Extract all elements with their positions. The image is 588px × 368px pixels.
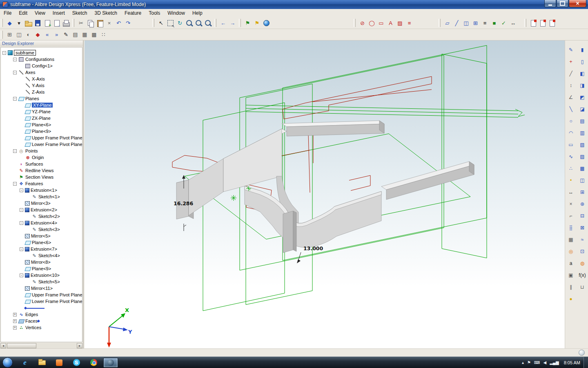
tree-item[interactable]: Origin (1, 154, 82, 161)
diameter-markup-button[interactable]: ⊘ (358, 18, 367, 28)
minimize-button[interactable] (544, 0, 556, 7)
tree-item[interactable]: ZX-Plane (1, 115, 82, 121)
zebra-stripes-button[interactable]: ▤ (71, 30, 80, 39)
scroll-right-button[interactable]: ▸ (77, 343, 82, 348)
tree-item[interactable]: Axes (1, 69, 82, 76)
tree-item[interactable]: X-Axis (1, 76, 82, 82)
thread-button[interactable]: ▤ (578, 117, 587, 126)
network-button[interactable]: ▂▄▆ (550, 360, 559, 365)
ellipse-markup-button[interactable]: ◯ (367, 18, 376, 28)
tree-item[interactable]: Configurations (1, 56, 82, 63)
tree-item[interactable]: Points (1, 148, 82, 154)
dimension-tool-button[interactable]: ↔ (508, 18, 518, 28)
cut-button[interactable]: ✂ (76, 18, 86, 28)
fine-grid-button[interactable]: ∷ (99, 30, 108, 39)
tree-item[interactable]: Z-Axis (1, 89, 82, 95)
tree-item[interactable]: Sketch<5> (1, 278, 82, 285)
trim-button[interactable]: × (566, 200, 575, 209)
tree-item[interactable]: Plane<9> (1, 265, 82, 272)
menu-3d-sketch[interactable]: 3D Sketch (91, 9, 121, 17)
language-indicator[interactable]: ⌨ (534, 360, 540, 365)
grid-snap-button[interactable]: ▩ (89, 30, 99, 39)
delete-button[interactable]: × (105, 18, 114, 28)
mirror-feature-button[interactable]: ⊟ (578, 211, 587, 220)
tree-item[interactable]: Sketch<3> (1, 226, 82, 233)
tree-item[interactable]: Plane<6> (1, 239, 82, 246)
scroll-left-button[interactable]: ◂ (0, 343, 6, 348)
measurement-tool-button[interactable]: ✓ (499, 18, 508, 28)
polygon-button[interactable]: ∴ (566, 164, 575, 173)
import-button[interactable] (52, 18, 61, 28)
insert-node-button[interactable]: + (566, 57, 575, 66)
circle-button[interactable]: ○ (566, 117, 575, 126)
tree-item[interactable]: subframe (1, 49, 82, 56)
activate-sketch-button[interactable]: ✎ (566, 45, 575, 54)
helix-button[interactable]: ≈ (578, 235, 587, 244)
scroll-thumb[interactable] (7, 343, 36, 348)
rectangle-markup-button[interactable]: ▭ (376, 18, 386, 28)
extrude-boss-button[interactable]: ▮ (578, 45, 587, 54)
pattern-button[interactable]: ⊞ (471, 18, 480, 28)
zoom-in-button[interactable] (185, 18, 194, 28)
new-design-dropdown[interactable]: ▾ (14, 18, 24, 28)
reference-line-button[interactable]: ╱ (566, 69, 575, 78)
paste-sketch-button[interactable]: ▣ (566, 271, 575, 280)
tree-expander[interactable] (20, 247, 23, 251)
color-properties-button[interactable]: ■ (490, 18, 499, 28)
copy-button[interactable] (86, 18, 95, 28)
tile-windows-button[interactable]: ⊞ (5, 30, 14, 39)
skype-button[interactable]: S (69, 358, 84, 368)
tree-item[interactable]: Section Views (1, 174, 82, 180)
highlight-markup-button[interactable]: ▨ (395, 18, 405, 28)
tree-expander[interactable] (13, 149, 17, 153)
sweep-button[interactable]: ◩ (578, 93, 587, 102)
tree-item[interactable]: Extrusion<10> (1, 272, 82, 278)
tree-item[interactable]: Sketch<4> (1, 252, 82, 259)
split-button[interactable]: ∥ (566, 283, 575, 292)
paste-button[interactable] (95, 18, 105, 28)
hole-button[interactable]: ◫ (578, 176, 587, 185)
tree-item[interactable]: Upper Frame Pivot Plane (1, 135, 82, 141)
tree-expander[interactable] (20, 274, 23, 277)
chamfer-button[interactable]: ▧ (578, 140, 587, 149)
back-button[interactable]: ← (218, 18, 228, 28)
print-button[interactable] (61, 18, 71, 28)
circular-pattern-button[interactable]: ⊛ (578, 200, 587, 209)
grid-button[interactable]: ▦ (566, 235, 575, 244)
angle-line-button[interactable]: ∠ (566, 93, 575, 102)
redline-gem-button[interactable]: ◆ (33, 30, 42, 39)
tree-item[interactable]: YZ-Plane (1, 108, 82, 115)
internet-explorer-button[interactable]: e (18, 358, 32, 368)
create-drawing-button[interactable] (528, 18, 538, 28)
rotate-view-button[interactable]: ↻ (175, 18, 185, 28)
shell-button[interactable]: ▨ (578, 152, 587, 161)
tree-item[interactable]: Plane<6> (1, 121, 82, 128)
markup-pen-button[interactable]: ✎ (61, 30, 71, 39)
tree-item[interactable]: Edges (1, 311, 82, 318)
zoom-window-button[interactable] (194, 18, 203, 28)
undo-button[interactable]: ↶ (114, 18, 123, 28)
line-button[interactable]: ╲ (566, 105, 575, 114)
spline-button[interactable]: ∿ (566, 152, 575, 161)
new-design-button[interactable]: ◆ (5, 18, 14, 28)
next-view-button[interactable]: » (52, 30, 61, 39)
home-view-button[interactable] (262, 18, 271, 28)
tree-expander[interactable] (2, 51, 6, 55)
extrude-cut-button[interactable]: ▯ (578, 57, 587, 66)
media-app-button[interactable] (52, 358, 67, 368)
assistant-icon[interactable] (579, 350, 585, 356)
redo-button[interactable]: ↷ (123, 18, 133, 28)
tree-item[interactable]: Mirror<3> (1, 200, 82, 206)
new-document-button[interactable] (42, 18, 52, 28)
tree-item[interactable]: Extrusion<1> (1, 187, 82, 193)
tree-item[interactable]: Lower Frame Pivot Plane (1, 298, 82, 305)
tree-expander[interactable] (13, 319, 17, 323)
menu-edit[interactable]: Edit (15, 9, 31, 17)
show-hidden-icons-button[interactable]: ▴ (522, 360, 524, 365)
vise-button[interactable]: ⊔ (578, 283, 587, 292)
tree-item[interactable]: XY-Plane (1, 102, 82, 108)
tree-item[interactable]: Config<1> (1, 63, 82, 69)
part-properties-button[interactable]: ◍ (578, 259, 587, 268)
select-window-button[interactable] (166, 18, 175, 28)
insert-plane-button[interactable]: ▱ (443, 18, 452, 28)
